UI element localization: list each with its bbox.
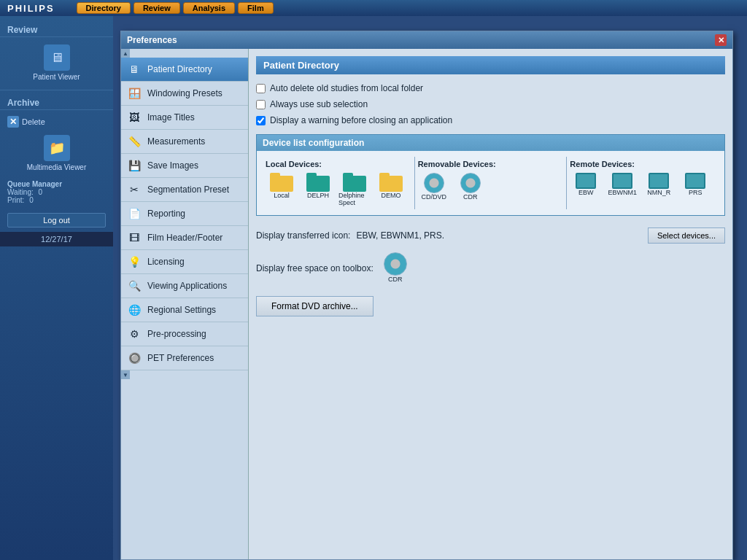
nav-viewing-applications[interactable]: 🔍 Viewing Applications [121,274,248,298]
nav-reporting[interactable]: 📄 Reporting [121,202,248,226]
ebwnm1-monitor-icon [612,173,632,189]
nav-patient-directory[interactable]: 🖥 Patient Directory [121,58,248,82]
archive-section-title: Archive [0,95,113,110]
transfer-value: EBW, EBWNM1, PRS. [356,230,444,241]
nav-scroll-up[interactable]: ▲ [121,49,130,58]
delph-folder-icon [306,173,330,192]
device-content: Local Devices: Local [257,151,724,215]
display-warning-label: Display a warning before closing an appl… [270,115,452,125]
delete-btn[interactable]: ✕ Delete [0,113,113,131]
device-nmn-r[interactable]: NMN_R [643,173,675,196]
reporting-nav-icon: 📄 [127,208,142,219]
nav-review[interactable]: Review [133,2,180,14]
licensing-nav-icon: 💡 [127,256,142,268]
image-titles-nav-icon: 🖼 [127,112,142,123]
film-header-footer-nav-icon: 🎞 [127,232,142,244]
patient-viewer-item[interactable]: 🖥 Patient Viewer [0,40,113,85]
remote-device-icons: EBW EBWNM1 NMN_R [570,173,716,196]
nav-pet-preferences[interactable]: 🔘 PET Preferences [121,346,248,370]
transfer-icon-row: Display transferred icon: EBW, EBWNM1, P… [256,228,725,244]
sub-selection-checkbox[interactable] [256,100,266,109]
left-sidebar: Review 🖥 Patient Viewer Archive ✕ Delete… [0,16,113,560]
device-local[interactable]: Local [266,173,298,206]
regional-settings-nav-icon: 🌐 [127,304,142,316]
device-columns: Local Devices: Local [263,157,719,209]
auto-delete-label: Auto delete old studies from local folde… [270,83,423,93]
patient-directory-nav-icon: 🖥 [127,63,142,75]
top-bar: PHILIPS Directory Review Analysis Film [0,0,747,16]
nav-measurements[interactable]: 📏 Measurements [121,130,248,154]
local-devices-col: Local Devices: Local [263,157,415,209]
device-ebwnm1[interactable]: EBWNM1 [606,173,638,196]
nav-film[interactable]: Film [238,2,274,14]
nav-windowing-presets[interactable]: 🪟 Windowing Presets [121,82,248,106]
device-cddvd[interactable]: CD/DVD [418,173,450,201]
removable-devices-col: Removable Devices: CD/DVD CD [415,157,568,209]
cddvd-disc-icon [424,173,444,193]
log-out-button[interactable]: Log out [7,213,106,228]
print-row: Print: 0 [7,196,106,204]
preferences-dialog: Preferences ✕ ▲ 🖥 Patient Directory 🪟 Wi… [120,31,733,560]
queue-title: Queue Manager [7,180,106,188]
dialog-content: ▲ 🖥 Patient Directory 🪟 Windowing Preset… [121,49,732,559]
nav-save-images[interactable]: 💾 Save Images [121,154,248,178]
multimedia-viewer-item[interactable]: 📁 Multimedia Viewer [0,131,113,176]
top-navigation: Directory Review Analysis Film [77,2,274,14]
pet-preferences-nav-icon: 🔘 [127,352,142,364]
format-dvd-button[interactable]: Format DVD archive... [256,296,374,316]
nav-panel: ▲ 🖥 Patient Directory 🪟 Windowing Preset… [121,49,249,559]
device-cdr[interactable]: CDR [454,173,487,201]
windowing-presets-nav-icon: 🪟 [127,88,142,99]
free-space-row: Display free space on toolbox: CDR [256,252,725,284]
nav-analysis[interactable]: Analysis [183,2,235,14]
main-layout: Review 🖥 Patient Viewer Archive ✕ Delete… [0,16,747,560]
display-warning-checkbox[interactable] [256,116,266,125]
device-config-title: Device list configuration [257,135,724,151]
removable-devices-title: Removable Devices: [418,160,564,168]
free-space-device-label: CDR [388,276,403,283]
select-devices-button[interactable]: Select devices... [648,228,725,244]
ebw-monitor-icon [576,173,596,189]
date-display: 12/27/17 [0,232,113,246]
device-prs[interactable]: PRS [679,173,711,196]
delete-icon: ✕ [7,116,19,128]
device-delphine-spect[interactable]: Delphine Spect [338,173,371,206]
device-config-section: Device list configuration Local Devices: [256,134,725,216]
measurements-nav-icon: 📏 [127,136,142,147]
demo-folder-icon [379,173,403,192]
content-area: Preferences ✕ ▲ 🖥 Patient Directory 🪟 Wi… [113,16,747,560]
local-devices-title: Local Devices: [266,160,411,168]
nav-scroll-down[interactable]: ▼ [121,370,130,379]
nav-film-header-footer[interactable]: 🎞 Film Header/Footer [121,226,248,250]
delphine-spect-folder-icon [343,173,366,192]
prefs-title: Patient Directory [256,56,725,74]
app-logo: PHILIPS [7,3,55,14]
multimedia-label: Multimedia Viewer [27,163,87,171]
nav-pre-processing[interactable]: ⚙ Pre-processing [121,322,248,346]
viewing-applications-nav-icon: 🔍 [127,280,142,292]
patient-viewer-icon: 🖥 [44,44,70,71]
nmnr-monitor-icon [649,173,669,189]
free-space-label: Display free space on toolbox: [256,263,374,273]
nav-licensing[interactable]: 💡 Licensing [121,250,248,274]
dialog-close-button[interactable]: ✕ [715,34,727,46]
waiting-row: Waiting: 0 [7,188,106,196]
local-folder-icon [270,173,293,192]
patient-viewer-label: Patient Viewer [33,73,80,81]
delete-label: Delete [22,117,45,126]
device-demo[interactable]: DEMO [375,173,407,206]
removable-device-icons: CD/DVD CDR [418,173,564,201]
dialog-title: Preferences [127,35,177,45]
nav-directory[interactable]: Directory [77,2,131,14]
auto-delete-checkbox[interactable] [256,84,266,93]
checkbox-display-warning: Display a warning before closing an appl… [256,115,725,125]
nav-regional-settings[interactable]: 🌐 Regional Settings [121,298,248,322]
device-delph[interactable]: DELPH [302,173,334,206]
dialog-titlebar: Preferences ✕ [121,31,732,49]
nav-image-titles[interactable]: 🖼 Image Titles [121,106,248,130]
cdr-disc-icon [460,173,481,193]
segmentation-preset-nav-icon: ✂ [127,184,142,195]
nav-segmentation-preset[interactable]: ✂ Segmentation Preset [121,178,248,202]
device-ebw[interactable]: EBW [570,173,602,196]
checkbox-auto-delete: Auto delete old studies from local folde… [256,83,725,93]
